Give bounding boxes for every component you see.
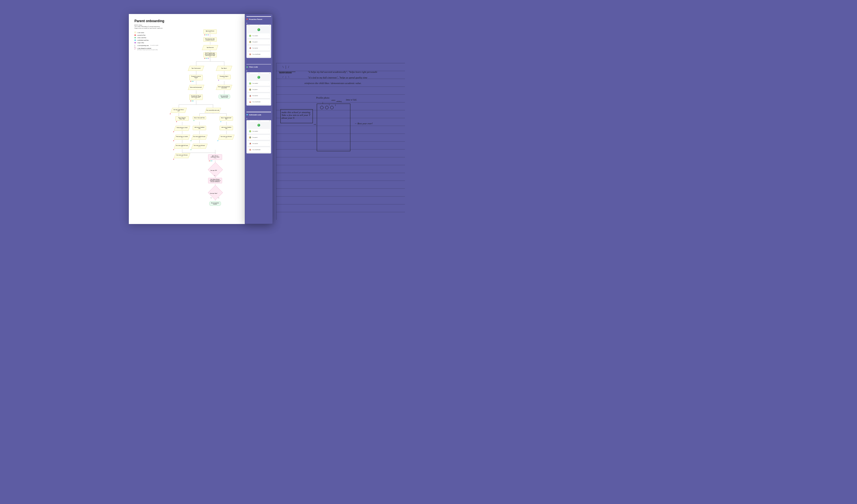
mock-number: 1 bbox=[247, 118, 271, 120]
connector bbox=[226, 113, 226, 116]
role-row[interactable]: 🙂I'm a student› bbox=[248, 81, 270, 86]
node-own-name1: User enters own full name[ 11 ] bbox=[191, 144, 208, 149]
legend-sub-skipped: (iOS doesn't require permission for push… bbox=[137, 49, 158, 50]
node-launch: App Launch Screen [ 1 ] bbox=[203, 29, 217, 34]
statusbar-carrier: ••• Sketch bbox=[247, 73, 250, 73]
connector bbox=[224, 90, 224, 94]
role-label: I'm a parent bbox=[252, 89, 257, 90]
node-ref: [ 2 ] bbox=[209, 56, 211, 57]
node-label: Enters "Proactive Parent" flow bbox=[177, 117, 187, 120]
node-ref: [ 1 ] bbox=[209, 32, 211, 33]
node-ref: [ 8 ] bbox=[181, 156, 183, 157]
mock-dot-icon bbox=[247, 114, 248, 115]
statusbar-carrier: ••• Sketch bbox=[247, 25, 250, 26]
node-ref: [ 5 ] bbox=[195, 98, 197, 99]
node-taps-ok: User taps "OK" bbox=[208, 162, 223, 177]
role-icon: 🏫 bbox=[249, 101, 251, 103]
node-tap-signin: Taps: Sign in bbox=[216, 66, 233, 71]
statusbar-time: 9:41 AM bbox=[258, 120, 261, 121]
node-ref: [ 9 ] bbox=[181, 146, 183, 147]
note-child: child bbox=[331, 99, 335, 101]
phone-statusbar: ••• Sketch9:41 AM100% bbox=[247, 24, 271, 26]
connector bbox=[199, 113, 226, 114]
node-label: See's Native iOS alert "ClassDojo" would… bbox=[209, 179, 221, 182]
statusbar-time: 9:41 AM bbox=[258, 25, 261, 26]
node-ref: [ 7 ] bbox=[181, 137, 183, 138]
connector bbox=[199, 113, 200, 116]
role-icon: 🙂 bbox=[249, 35, 251, 37]
node-no-code: User taps "I don't have a code" bbox=[171, 108, 187, 113]
phone-mock: ••• Sketch9:41 AM100%🙂I'm a student›👤I'm… bbox=[247, 72, 271, 105]
legend-label-classcode: = class code flow bbox=[137, 37, 146, 38]
role-icon: 🙂 bbox=[249, 82, 251, 85]
connector bbox=[226, 122, 226, 125]
legend-label-corresponding: = corresponding view bbox=[137, 45, 149, 46]
node-code-loop2: code success feedback loop bbox=[220, 126, 233, 130]
connector bbox=[196, 81, 196, 85]
node-class-flow: Enters "class code" flow bbox=[193, 116, 206, 120]
chevron-right-icon: › bbox=[268, 149, 269, 150]
connector bbox=[196, 71, 196, 75]
chevron-right-icon: › bbox=[268, 95, 269, 97]
node-find-teacher: Finds and taps on a teacher[ 7 ] bbox=[174, 135, 190, 140]
mock-dot-icon bbox=[247, 66, 248, 68]
node-roles-list: See's list of user roles; prompted to ta… bbox=[203, 37, 217, 42]
role-row[interactable]: 🍎I'm a teacher› bbox=[248, 46, 270, 51]
connector bbox=[196, 90, 196, 94]
underline bbox=[279, 72, 296, 72]
node-label: code success feedback loop bbox=[194, 127, 205, 129]
sketch-phone-box bbox=[317, 104, 350, 151]
label-yes: Yes bbox=[214, 175, 215, 176]
node-activation: Account activation complete. bbox=[209, 201, 221, 206]
connector bbox=[215, 150, 215, 154]
role-label: I'm a school leader bbox=[252, 101, 261, 102]
legend-label-individual: = individual code flow bbox=[137, 39, 149, 41]
legend-dot-blue bbox=[134, 39, 136, 41]
connector bbox=[182, 122, 182, 125]
legend-label-proactive: = proactive flow bbox=[137, 34, 145, 36]
role-row[interactable]: 🏫I'm a school leader› bbox=[248, 52, 270, 57]
legend-label-signin: = sign in flow bbox=[137, 42, 144, 44]
role-row[interactable]: 🏫I'm a school leader› bbox=[248, 147, 270, 152]
node-label: Prompted to create an account bbox=[191, 76, 201, 78]
node-label: User taps "I don't have a code" bbox=[172, 109, 186, 112]
role-icon: 🍎 bbox=[249, 95, 251, 97]
node-child-name1: User enters child's full name[ 9 ] bbox=[174, 144, 190, 149]
phone-statusbar: ••• Sketch9:41 AM100% bbox=[247, 120, 271, 121]
note-m2: "it's tied to my kid's interests", "help… bbox=[308, 76, 367, 79]
mock-divider bbox=[247, 16, 271, 17]
role-row[interactable]: 👤I'm a parent› bbox=[248, 87, 270, 92]
role-row[interactable]: 🙂I'm a student› bbox=[248, 33, 270, 38]
node-label: code success feedback loop bbox=[221, 127, 232, 129]
role-row[interactable]: 🍎I'm a teacher› bbox=[248, 93, 270, 98]
connector bbox=[182, 140, 182, 143]
label-yes2: Yes bbox=[218, 197, 219, 199]
statusbar-battery: 100% bbox=[269, 73, 271, 73]
role-label: I'm a teacher bbox=[252, 143, 258, 144]
connector bbox=[182, 153, 216, 153]
connector bbox=[224, 71, 224, 75]
connector bbox=[179, 113, 179, 116]
role-icon: 👤 bbox=[249, 136, 251, 139]
mock-heading: Class code bbox=[247, 66, 271, 68]
node-ref: [ 3 ] bbox=[195, 78, 197, 79]
role-row[interactable]: 👤I'm a parent› bbox=[248, 39, 270, 45]
node-scope: See's P specific scope then; prompted to… bbox=[203, 52, 217, 57]
role-row[interactable]: 🙂I'm a student› bbox=[248, 129, 270, 134]
role-row[interactable]: 👤I'm a parent› bbox=[248, 135, 270, 140]
node-label: See's list of user roles; prompted to ta… bbox=[205, 38, 215, 40]
phone-mock: ••• Sketch9:41 AM100%🙂I'm a student›👤I'm… bbox=[247, 24, 271, 58]
node-code-loop1: code success feedback loop bbox=[193, 126, 206, 130]
mock-number: 1 bbox=[247, 70, 271, 72]
node-label: User taps "OK" bbox=[207, 170, 220, 171]
role-label: I'm a parent bbox=[252, 137, 257, 138]
note-best: → Best year ever! bbox=[354, 122, 373, 125]
node-indiv-flow: Enters "individual code" flow bbox=[220, 116, 233, 121]
mocks-panel: Proactive Parent1••• Sketch9:41 AM100%🙂I… bbox=[245, 14, 273, 224]
legend-sub-corresponding: (in mocks to right) bbox=[150, 45, 158, 46]
role-row[interactable]: 🏫I'm a school leader› bbox=[248, 99, 270, 104]
statusbar-battery: 100% bbox=[269, 120, 271, 121]
mock-dot-icon bbox=[247, 18, 248, 20]
role-icon: 🍎 bbox=[249, 47, 251, 49]
role-row[interactable]: 🍎I'm a teacher› bbox=[248, 141, 270, 146]
